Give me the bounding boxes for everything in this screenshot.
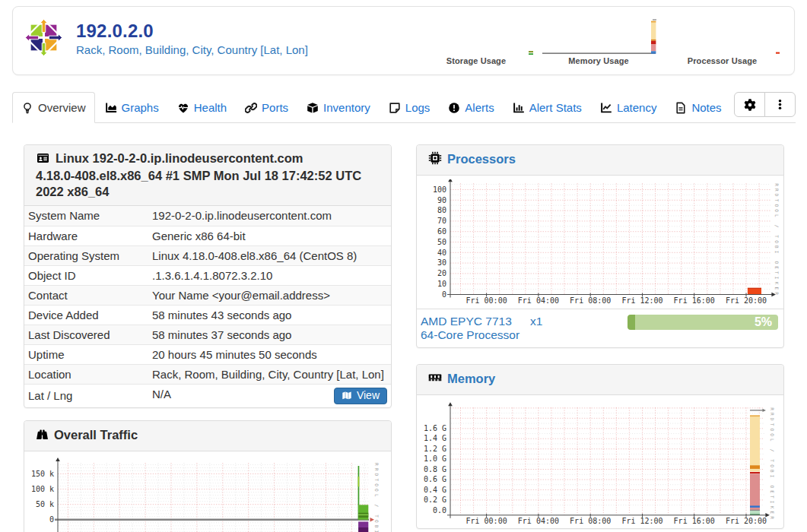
note-sticky-icon <box>389 102 401 114</box>
tab-inventory[interactable]: Inventory <box>298 92 379 123</box>
map-icon <box>342 391 352 401</box>
device-settings-button[interactable] <box>734 92 765 117</box>
processor-count: x1 <box>530 315 542 328</box>
lightbulb-icon <box>21 102 33 114</box>
svg-text:30: 30 <box>437 258 446 267</box>
circle-exclamation-icon <box>448 102 460 114</box>
tab-logs[interactable]: Logs <box>380 92 439 123</box>
tab-label: Logs <box>405 101 431 114</box>
tab-toolbar <box>734 92 796 117</box>
mini-graph-storage-usage[interactable]: Storage Usage <box>419 16 533 65</box>
tab-notes[interactable]: Notes <box>666 92 729 123</box>
mini-graph-label: Storage Usage <box>419 56 533 65</box>
tab-label: Inventory <box>323 101 370 114</box>
processors-graph[interactable]: 0102030405060708090100Fri 00:00Fri 04:00… <box>420 179 783 309</box>
svg-text:1.2 G: 1.2 G <box>424 445 446 453</box>
file-lines-icon <box>675 102 687 114</box>
right-column: Processors 0102030405060708090100Fri 00:… <box>416 144 784 529</box>
svg-text:20: 20 <box>437 269 446 277</box>
processor-name-link[interactable]: AMD EPYC 7713 64-Core Processor <box>421 315 527 341</box>
memory-graph[interactable]: 0.00.2 G0.4 G0.6 G0.8 G1.0 G1.2 G1.4 G1.… <box>420 399 783 528</box>
row-label: Device Added <box>24 305 148 325</box>
librenms-device-page: 192.0.2.0 Rack, Room, Building, City, Co… <box>0 0 807 532</box>
svg-text:50 k: 50 k <box>36 499 54 508</box>
svg-text:80: 80 <box>437 206 446 214</box>
tab-label: Health <box>194 101 227 114</box>
svg-text:Fri 20:00: Fri 20:00 <box>726 517 767 525</box>
svg-text:0.0: 0.0 <box>433 506 446 515</box>
row-label: Contact <box>24 285 148 305</box>
overall-traffic-title: Overall Traffic <box>54 428 138 442</box>
tab-graphs[interactable]: Graphs <box>97 92 167 123</box>
sysinfo-row-object-id: Object ID.1.3.6.1.4.1.8072.3.2.10 <box>24 265 391 285</box>
row-label: System Name <box>24 206 148 226</box>
chart-area-icon <box>105 102 117 114</box>
processor-usage-bar: 5% <box>627 315 778 330</box>
svg-text:Fri 12:00: Fri 12:00 <box>621 517 662 525</box>
svg-text:90: 90 <box>437 196 446 204</box>
processors-panel: Processors 0102030405060708090100Fri 00:… <box>416 144 784 348</box>
svg-text:Fri 00:00: Fri 00:00 <box>466 517 507 525</box>
svg-text:Fri 08:00: Fri 08:00 <box>570 296 611 305</box>
mini-graph-label: Memory Usage <box>541 56 656 65</box>
svg-text:Fri 04:00: Fri 04:00 <box>518 296 559 305</box>
svg-text:100 k: 100 k <box>31 484 54 492</box>
svg-text:RRDTOOL / TOBI OETIKER: RRDTOOL / TOBI OETIKER <box>770 407 775 521</box>
svg-text:60: 60 <box>437 227 446 236</box>
svg-text:40: 40 <box>437 249 446 257</box>
row-value: 192-0-2-0.ip.linodeusercontent.com <box>152 209 332 222</box>
memory-title-link[interactable]: Memory <box>447 372 495 385</box>
device-location-link[interactable]: Rack, Room, Building, City, Country [Lat… <box>76 43 308 56</box>
mini-graph-memory-usage[interactable]: Memory Usage <box>541 16 656 65</box>
device-tabs-bar: Overview Graphs Health Ports Inventory L… <box>12 92 796 123</box>
svg-text:100: 100 <box>433 185 446 194</box>
sysinfo-row-device-added: Device Added58 minutes 43 seconds ago <box>24 305 391 325</box>
tab-health[interactable]: Health <box>169 92 235 123</box>
sysinfo-row-contact: ContactYour Name <your@email.address> <box>24 285 391 305</box>
svg-text:0.6 G: 0.6 G <box>424 475 446 483</box>
tab-latency[interactable]: Latency <box>592 92 666 123</box>
svg-text:RRDTOOL / TOBI OETIKER: RRDTOOL / TOBI OETIKER <box>774 183 780 297</box>
tab-ports[interactable]: Ports <box>237 92 297 123</box>
row-label: Location <box>24 364 148 384</box>
heart-pulse-icon <box>177 102 189 114</box>
sysinfo-row-operating-system: Operating SystemLinux 4.18.0-408.el8.x86… <box>24 245 391 265</box>
row-label: Hardware <box>24 226 148 245</box>
mini-graph-processor-usage[interactable]: Processor Usage <box>665 16 780 65</box>
row-value: Rack, Room, Building, City, Country [Lat… <box>152 368 384 381</box>
mini-graph-image <box>541 16 656 56</box>
svg-text:0.8 G: 0.8 G <box>424 465 446 473</box>
svg-text:1.6 G: 1.6 G <box>424 424 446 432</box>
row-value: 58 minutes 43 seconds ago <box>152 309 291 321</box>
tab-alert-stats[interactable]: Alert Stats <box>504 92 590 123</box>
mini-graph-label: Processor Usage <box>665 56 780 65</box>
memory-heading: Memory <box>417 365 783 395</box>
svg-text:Fri 00:00: Fri 00:00 <box>466 296 507 305</box>
sysinfo-row-location: LocationRack, Room, Building, City, Coun… <box>24 364 391 384</box>
tab-alerts[interactable]: Alerts <box>440 92 502 123</box>
overall-traffic-graph[interactable]: 050 k100 k150 kRRDTOOL / TOBI OETIKER <box>27 458 391 532</box>
device-menu-button[interactable] <box>764 92 796 117</box>
processors-heading: Processors <box>417 145 783 176</box>
svg-text:150 k: 150 k <box>31 469 54 477</box>
view-map-button[interactable]: View <box>334 388 387 404</box>
svg-text:0.2 G: 0.2 G <box>424 496 446 504</box>
tab-overview[interactable]: Overview <box>12 92 95 123</box>
row-value: N/A <box>152 388 171 401</box>
processors-graph-image: 0102030405060708090100Fri 00:00Fri 04:00… <box>420 179 783 309</box>
processor-usage-fill <box>627 315 635 330</box>
processors-title-link[interactable]: Processors <box>447 152 516 166</box>
mini-graph-image <box>419 16 533 56</box>
tab-label: Graphs <box>122 101 159 114</box>
sysinfo-row-lat-lng: Lat / LngN/A View <box>24 384 391 407</box>
system-info-panel: Linux 192-0-2-0.ip.linodeusercontent.com… <box>24 144 392 408</box>
memory-icon <box>428 371 442 388</box>
row-value: 20 hours 45 minutes 50 seconds <box>152 348 317 361</box>
memory-graph-image: 0.00.2 G0.4 G0.6 G0.8 G1.0 G1.2 G1.4 G1.… <box>420 399 783 528</box>
cube-icon <box>307 102 319 114</box>
svg-text:0: 0 <box>442 290 446 299</box>
svg-text:0.4 G: 0.4 G <box>424 486 446 494</box>
system-info-heading: Linux 192-0-2-0.ip.linodeusercontent.com… <box>24 145 391 206</box>
system-info-title: Linux 192-0-2-0.ip.linodeusercontent.com… <box>36 151 361 198</box>
processor-usage-percent: 5% <box>755 315 772 330</box>
